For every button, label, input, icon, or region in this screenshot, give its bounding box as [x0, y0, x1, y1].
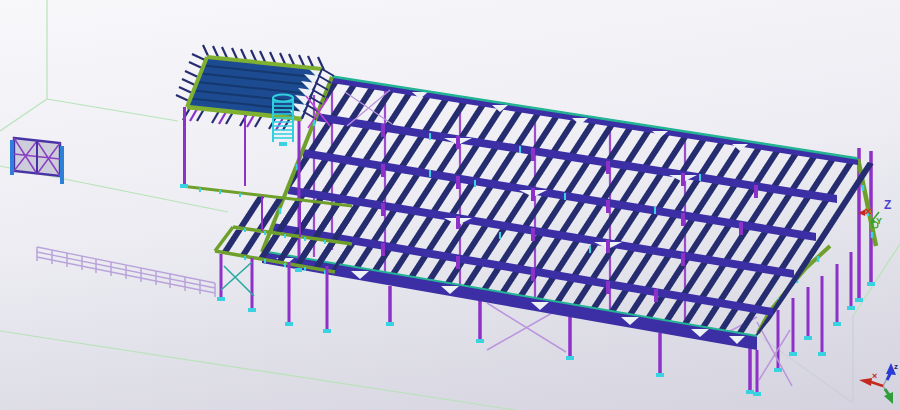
- spiral-staircase[interactable]: [273, 95, 293, 147]
- triad-x-axis: [871, 382, 883, 386]
- guard-rail[interactable]: [37, 247, 215, 297]
- view-axis-triad: × z: [859, 362, 898, 404]
- ucs-y-label: Y: [876, 216, 882, 226]
- ucs-z-label: Z: [884, 198, 891, 212]
- triad-x-label: ×: [872, 371, 877, 381]
- model-viewport[interactable]: Z ✕ Y × z: [0, 0, 900, 410]
- mezzanine-braces[interactable]: [221, 262, 254, 296]
- guard-rail-posts: [37, 247, 215, 297]
- stair-base: [279, 142, 287, 146]
- triad-x-arrowhead: [859, 378, 872, 386]
- ucs-indicator: Z ✕ Y: [858, 198, 891, 228]
- viewport-canvas[interactable]: Z ✕ Y × z: [0, 0, 900, 410]
- triad-z-label: z: [894, 362, 898, 371]
